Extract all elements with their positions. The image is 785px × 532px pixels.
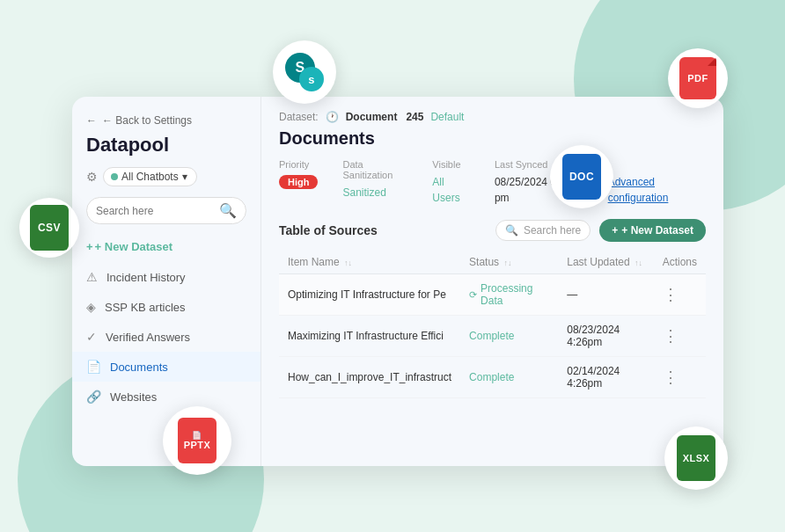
filter-icon[interactable]: ⚙: [86, 170, 98, 184]
sidebar-search[interactable]: 🔍: [86, 197, 246, 224]
chatbot-dot: [111, 173, 118, 180]
meta-sanitization: Data Sanitization Sanitized: [342, 159, 407, 200]
meta-visible: Visible All Users: [432, 159, 470, 205]
table-search[interactable]: 🔍 Search here: [495, 220, 591, 241]
table-title: Table of Sources: [279, 223, 378, 237]
table-search-icon: 🔍: [505, 224, 518, 237]
sidebar: ← ← Back to Settings Datapool ⚙ All Chat…: [72, 97, 261, 466]
col-last-updated: Last Updated ↑↓: [558, 251, 653, 274]
nav-label: SSP KB articles: [105, 301, 186, 314]
chevron-down-icon: ▾: [182, 171, 187, 183]
table-body: Optimizing IT Infrastructure for Pe ⟳ Pr…: [279, 274, 706, 398]
row-actions: ⋮: [654, 316, 706, 357]
row-actions: ⋮: [654, 357, 706, 398]
filter-bar: ⚙ All Chatbots ▾: [72, 167, 260, 197]
chatbot-label: All Chatbots: [121, 171, 179, 183]
meta-advanced: Advanced configuration: [608, 159, 706, 205]
row-updated: —: [558, 274, 653, 316]
table-plus-icon: +: [612, 224, 618, 237]
sources-header: Table of Sources 🔍 Search here + + New D…: [279, 219, 706, 242]
sort-icon[interactable]: ↑↓: [503, 259, 511, 267]
sidebar-item-ssp-kb[interactable]: ◈ SSP KB articles: [72, 292, 260, 322]
nav-label: Documents: [110, 361, 168, 374]
back-link[interactable]: ← ← Back to Settings: [72, 114, 260, 134]
page-title: Datapool: [72, 134, 260, 167]
main-card: ← ← Back to Settings Datapool ⚙ All Chat…: [72, 97, 723, 466]
sort-icon[interactable]: ↑↓: [344, 259, 352, 267]
row-name: Optimizing IT Infrastructure for Pe: [279, 274, 460, 316]
table-row: How_can_I_improve_IT_infrastruct Complet…: [279, 357, 706, 398]
sidebar-item-verified-answers[interactable]: ✓ Verified Answers: [72, 322, 260, 352]
table-row: Optimizing IT Infrastructure for Pe ⟳ Pr…: [279, 274, 706, 316]
clock-icon: 🕐: [326, 111, 339, 123]
row-status: Complete: [460, 316, 558, 357]
meta-priority: Priority High: [279, 159, 318, 189]
table-header: Item Name ↑↓ Status ↑↓ Last Updated ↑↓ A…: [279, 251, 706, 274]
row-updated: 08/23/2024 4:26pm: [558, 316, 653, 357]
row-name: How_can_I_improve_IT_infrastruct: [279, 357, 460, 398]
pptx-icon: 📄 PPTX: [163, 406, 231, 475]
sidebar-item-websites[interactable]: 🔗 Websites: [72, 382, 260, 412]
row-action-menu[interactable]: ⋮: [663, 327, 679, 345]
chatbot-selector[interactable]: All Chatbots ▾: [103, 167, 197, 186]
row-status: Complete: [460, 357, 558, 398]
row-action-menu[interactable]: ⋮: [663, 368, 679, 386]
sharepoint-icon: S s: [273, 40, 336, 104]
doc-icon: DOC: [550, 145, 613, 208]
nav-label: Verified Answers: [106, 331, 190, 344]
search-icon: 🔍: [219, 202, 237, 219]
plus-icon: +: [86, 240, 93, 253]
check-icon: ✓: [86, 330, 97, 344]
row-actions: ⋮: [654, 274, 706, 316]
advanced-config-link[interactable]: Advanced configuration: [608, 176, 669, 204]
row-status: ⟳ Processing Data: [460, 274, 558, 316]
col-status: Status ↑↓: [460, 251, 558, 274]
sidebar-item-incident-history[interactable]: ⚠ Incident History: [72, 262, 260, 292]
spinner-icon: ⟳: [469, 289, 477, 301]
meta-row: Priority High Data Sanitization Sanitize…: [279, 159, 706, 205]
diamond-icon: ◈: [86, 300, 96, 314]
priority-badge: High: [279, 175, 318, 189]
col-item-name: Item Name ↑↓: [279, 251, 460, 274]
sidebar-nav: ⚠ Incident History ◈ SSP KB articles ✓ V…: [72, 262, 260, 412]
xlsx-icon: XLSX: [664, 426, 728, 490]
sidebar-item-documents[interactable]: 📄 Documents: [72, 352, 260, 382]
csv-icon: CSV: [19, 198, 79, 258]
document-icon: 📄: [86, 360, 101, 374]
visible-badge: All Users: [432, 176, 459, 204]
dataset-header: Dataset: 🕐 Document 245 Default: [279, 111, 706, 123]
row-name: Maximizing IT Infrastructure Effici: [279, 316, 460, 357]
nav-label: Websites: [110, 390, 157, 404]
nav-label: Incident History: [106, 271, 186, 284]
col-actions: Actions: [654, 251, 706, 274]
row-action-menu[interactable]: ⋮: [663, 286, 679, 303]
warning-icon: ⚠: [86, 270, 98, 284]
section-title: Documents: [279, 128, 706, 149]
sanitization-badge: Sanitized: [342, 186, 385, 199]
dataset-default-badge: Default: [430, 111, 464, 123]
row-updated: 02/14/2024 4:26pm: [558, 357, 653, 398]
sources-table: Item Name ↑↓ Status ↑↓ Last Updated ↑↓ A…: [279, 251, 706, 398]
back-arrow-icon: ←: [86, 114, 97, 127]
table-row: Maximizing IT Infrastructure Effici Comp…: [279, 316, 706, 357]
dataset-type: Document 245: [346, 111, 424, 123]
new-dataset-button[interactable]: + + New Dataset: [72, 235, 260, 259]
sort-icon[interactable]: ↑↓: [635, 259, 642, 267]
pdf-icon: PDF: [668, 48, 728, 108]
main-content: Dataset: 🕐 Document 245 Default Document…: [261, 97, 723, 466]
link-icon: 🔗: [86, 390, 101, 404]
sidebar-search-input[interactable]: [96, 205, 214, 217]
table-new-dataset-button[interactable]: + + New Dataset: [599, 219, 706, 242]
